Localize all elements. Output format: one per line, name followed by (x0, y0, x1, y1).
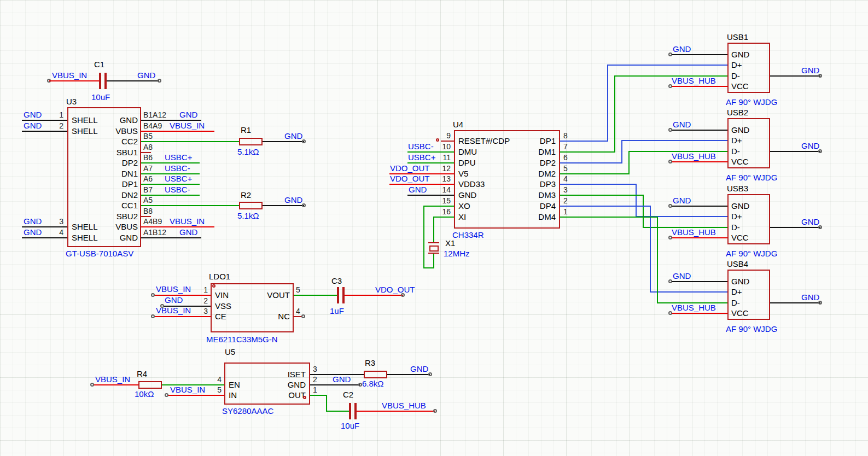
net-label-gnd[interactable]: GND (673, 272, 691, 280)
wire-usb3-gnd[interactable] (672, 206, 727, 207)
net-label-vbus-in[interactable]: VBUS_IN (52, 71, 87, 79)
net-label-gnd[interactable]: GND (410, 365, 428, 373)
wire-u5-gnd[interactable] (310, 384, 360, 385)
wire-dp2[interactable] (621, 140, 727, 141)
wire-dm1[interactable] (560, 151, 615, 153)
net-label-vbus-hub[interactable]: VBUS_HUB (672, 77, 716, 85)
r3-ref-label[interactable]: R3 (365, 359, 375, 367)
net-label-gnd[interactable]: GND (284, 196, 302, 204)
net-label-vbus-in[interactable]: VBUS_IN (156, 306, 191, 314)
usb4-part-label[interactable]: AF 90° WJDG (726, 325, 777, 333)
net-label-vbus-hub[interactable]: VBUS_HUB (672, 228, 716, 236)
net-label-usbc-plus[interactable]: USBC+ (165, 174, 192, 183)
net-label-usbc-minus[interactable]: USBC- (165, 164, 190, 172)
u5-ref-label[interactable]: U5 (225, 348, 235, 356)
net-label-gnd[interactable]: GND (179, 228, 197, 236)
wire-dp4[interactable] (560, 206, 651, 207)
x1-plate[interactable] (428, 242, 439, 243)
net-label-vdo-out[interactable]: VDO_OUT (375, 285, 415, 294)
net-label-vbus-in[interactable]: VBUS_IN (170, 121, 205, 130)
wire-usb3-shell-gnd[interactable] (770, 227, 820, 228)
wire-u5-in[interactable] (167, 395, 224, 396)
wire-dp1[interactable] (560, 141, 608, 142)
net-label-vbus-in[interactable]: VBUS_IN (170, 217, 205, 225)
r2-body[interactable] (239, 202, 263, 209)
wire-r3-gnd[interactable] (387, 374, 430, 375)
wire-c2-vbus-hub[interactable] (357, 411, 435, 412)
wire-dp4[interactable] (650, 291, 727, 293)
wire-r1-gnd[interactable] (263, 141, 304, 142)
wire-dp4[interactable] (650, 206, 651, 293)
wire-u5-out[interactable] (326, 395, 327, 412)
u4-ref-label[interactable]: U4 (453, 120, 463, 128)
wire-dm2[interactable] (628, 151, 630, 174)
wire-x1-bottom[interactable] (433, 254, 434, 268)
wire-dp3[interactable] (636, 184, 637, 217)
wire-dp2[interactable] (560, 162, 622, 163)
usb1-part-label[interactable]: AF 90° WJDG (726, 98, 777, 106)
wire-u3-shell4-gnd[interactable] (22, 237, 67, 238)
wire-c3-vdo-out[interactable] (345, 295, 403, 296)
wire-u4-gnd[interactable] (407, 195, 454, 196)
r3-value-label[interactable]: 6.8kΩ (362, 379, 384, 388)
net-label-gnd[interactable]: GND (24, 121, 42, 130)
usb3-part-label[interactable]: AF 90° WJDG (726, 249, 777, 258)
net-label-vbus-in[interactable]: VBUS_IN (170, 385, 205, 394)
r3-body[interactable] (364, 371, 387, 378)
wire-usb2-vbus-hub[interactable] (672, 161, 727, 162)
wire-u3-vbus-top[interactable] (141, 131, 214, 132)
wire-x1-return-h[interactable] (423, 267, 434, 268)
wire-dm4[interactable] (560, 217, 658, 218)
r1-value-label[interactable]: 5.1kΩ (237, 148, 259, 156)
wire-r4-vbus-in[interactable] (93, 384, 138, 385)
wire-ldo1-ce[interactable] (154, 316, 211, 317)
usb1-ref-label[interactable]: USB1 (727, 33, 748, 41)
c2-value-label[interactable]: 10uF (341, 422, 359, 430)
wire-u4-xi[interactable] (434, 217, 454, 218)
wire-dm3[interactable] (560, 195, 644, 196)
net-label-gnd[interactable]: GND (284, 132, 302, 140)
c1-value-label[interactable]: 10uF (91, 93, 110, 101)
net-label-usbc-plus[interactable]: USBC+ (408, 153, 435, 161)
x1-value-label[interactable]: 12MHz (444, 249, 470, 258)
net-label-gnd[interactable]: GND (24, 110, 42, 119)
r2-ref-label[interactable]: R2 (241, 191, 251, 199)
net-label-usbc-plus[interactable]: USBC+ (165, 153, 192, 161)
net-label-gnd[interactable]: GND (801, 142, 819, 150)
net-label-vbus-hub[interactable]: VBUS_HUB (672, 152, 716, 160)
x1-ref-label[interactable]: X1 (445, 239, 455, 247)
u3-part-label[interactable]: GT-USB-7010ASV (66, 249, 133, 258)
wire-u3-cc2[interactable] (141, 141, 239, 142)
usb3-ref-label[interactable]: USB3 (727, 184, 748, 192)
r4-value-label[interactable]: 10kΩ (135, 390, 154, 398)
net-label-gnd[interactable]: GND (673, 45, 691, 53)
net-label-gnd[interactable]: GND (801, 66, 819, 74)
wire-ldo1-vout[interactable] (294, 295, 337, 296)
usb2-ref-label[interactable]: USB2 (727, 108, 748, 116)
net-label-usbc-minus[interactable]: USBC- (408, 142, 434, 150)
r1-ref-label[interactable]: R1 (241, 126, 251, 134)
u3-ref-label[interactable]: U3 (66, 97, 77, 106)
wire-dm1[interactable] (614, 75, 615, 153)
wire-usb1-gnd[interactable] (672, 54, 727, 55)
u5-part-label[interactable]: SY6280AAAC (222, 407, 273, 415)
net-label-gnd[interactable]: GND (801, 218, 819, 226)
wire-x1-return-v[interactable] (423, 206, 424, 268)
wire-c1-vbus-in[interactable] (49, 80, 99, 81)
net-label-gnd[interactable]: GND (409, 185, 427, 194)
wire-usb4-gnd[interactable] (672, 281, 727, 282)
wire-dp1[interactable] (607, 65, 727, 66)
wire-x1-top[interactable] (433, 217, 434, 242)
r4-body[interactable] (138, 381, 162, 389)
wire-dp3[interactable] (560, 184, 637, 185)
u4-part-label[interactable]: CH334R (452, 231, 484, 239)
wire-u3-gnd-bottom[interactable] (141, 237, 201, 238)
wire-usb1-shell-gnd[interactable] (770, 75, 820, 77)
c1-capacitor-plate[interactable] (99, 73, 101, 89)
net-label-usbc-minus[interactable]: USBC- (165, 185, 190, 194)
r4-ref-label[interactable]: R4 (137, 370, 147, 378)
c3-capacitor-plate[interactable] (337, 287, 339, 303)
schematic-canvas[interactable]: C1 10uF VBUS_IN GND U3 GT-USB-7010ASV GN… (0, 0, 868, 456)
wire-r2-gnd[interactable] (263, 205, 304, 206)
wire-dm2[interactable] (560, 173, 630, 174)
